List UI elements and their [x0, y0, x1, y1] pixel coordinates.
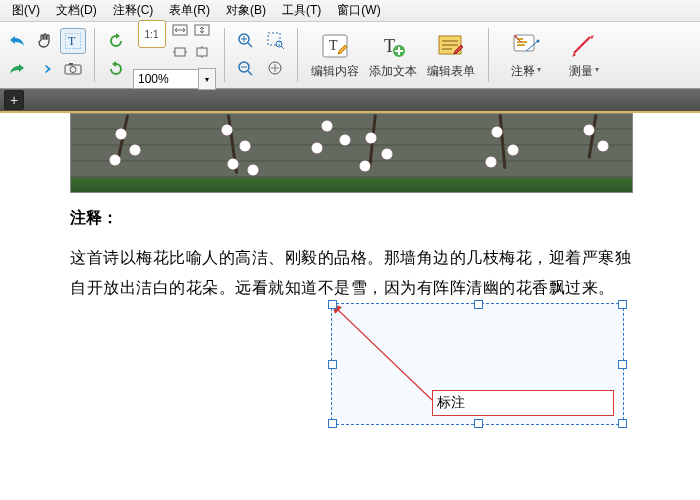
- menu-comment[interactable]: 注释(C): [105, 0, 162, 21]
- chevron-down-icon: ▾: [595, 65, 599, 74]
- annotation-selection-box[interactable]: [331, 303, 624, 425]
- zoom-dropdown-icon[interactable]: ▾: [198, 68, 216, 90]
- rotate-ccw-icon[interactable]: [103, 28, 129, 54]
- resize-handle[interactable]: [474, 419, 483, 428]
- menu-bar: 图(V) 文档(D) 注释(C) 表单(R) 对象(B) 工具(T) 窗口(W): [0, 0, 700, 22]
- redo-forward-icon[interactable]: [32, 56, 58, 82]
- fit-width-icon[interactable]: [170, 20, 190, 40]
- new-tab-button[interactable]: +: [4, 90, 24, 110]
- svg-line-21: [336, 308, 432, 400]
- doc-heading: 注释：: [70, 208, 631, 229]
- zoom-value-input[interactable]: [133, 69, 199, 89]
- svg-rect-8: [197, 48, 207, 56]
- menu-tool[interactable]: 工具(T): [274, 0, 329, 21]
- svg-rect-11: [268, 33, 280, 45]
- doc-paragraph: 这首诗以梅花比喻人的高洁、刚毅的品格。那墙角边的几枝梅花，迎着严寒独自开放出洁白…: [70, 243, 631, 303]
- resize-handle[interactable]: [328, 360, 337, 369]
- resize-handle[interactable]: [618, 360, 627, 369]
- undo-icon[interactable]: [4, 28, 30, 54]
- resize-handle[interactable]: [474, 300, 483, 309]
- chevron-down-icon: ▾: [537, 65, 541, 74]
- edit-form-icon: [436, 31, 466, 61]
- edit-form-button[interactable]: 编辑表单: [422, 24, 480, 86]
- rotate-cw-icon[interactable]: [103, 56, 129, 82]
- toolbar: T: [0, 22, 700, 89]
- svg-text:T: T: [68, 34, 76, 48]
- fit-visible-icon[interactable]: [170, 42, 190, 62]
- text-select-icon[interactable]: T: [60, 28, 86, 54]
- resize-handle[interactable]: [328, 419, 337, 428]
- svg-point-20: [537, 39, 540, 42]
- annotate-button[interactable]: 注释 ▾: [497, 24, 555, 86]
- document-image: [70, 113, 633, 193]
- add-text-icon: T: [378, 31, 408, 61]
- fit-page-icon[interactable]: [192, 20, 212, 40]
- annotate-label: 注释: [511, 63, 535, 80]
- menu-window[interactable]: 窗口(W): [329, 0, 388, 21]
- measure-label: 测量: [569, 63, 593, 80]
- snapshot-icon[interactable]: [60, 56, 86, 82]
- loupe-icon[interactable]: [263, 56, 289, 82]
- hand-tool-icon[interactable]: [32, 28, 58, 54]
- svg-rect-7: [175, 48, 185, 56]
- document-tab-strip: +: [0, 89, 700, 111]
- annotate-icon: [511, 31, 541, 61]
- page-viewport[interactable]: 注释： 这首诗以梅花比喻人的高洁、刚毅的品格。那墙角边的几枝梅花，迎着严寒独自开…: [0, 111, 700, 500]
- fit-height-icon[interactable]: [192, 42, 212, 62]
- measure-button[interactable]: 测量 ▾: [555, 24, 613, 86]
- document-body-text: 注释： 这首诗以梅花比喻人的高洁、刚毅的品格。那墙角边的几枝梅花，迎着严寒独自开…: [70, 208, 631, 315]
- menu-form[interactable]: 表单(R): [161, 0, 218, 21]
- zoom-combo[interactable]: ▾: [133, 68, 216, 90]
- redo-icon[interactable]: [4, 56, 30, 82]
- svg-rect-4: [69, 63, 73, 65]
- edit-form-label: 编辑表单: [427, 63, 475, 80]
- callout-text-input[interactable]: [433, 391, 621, 415]
- resize-handle[interactable]: [328, 300, 337, 309]
- resize-handle[interactable]: [618, 300, 627, 309]
- add-text-button[interactable]: T 添加文本: [364, 24, 422, 86]
- menu-view[interactable]: 图(V): [4, 0, 48, 21]
- resize-handle[interactable]: [618, 419, 627, 428]
- svg-text:T: T: [329, 38, 338, 53]
- svg-point-3: [70, 67, 76, 73]
- add-text-label: 添加文本: [369, 63, 417, 80]
- callout-textbox[interactable]: [432, 390, 614, 416]
- edit-content-label: 编辑内容: [311, 63, 359, 80]
- zoom-out-icon[interactable]: [233, 56, 259, 82]
- edit-content-icon: T: [320, 31, 350, 61]
- zoom-in-icon[interactable]: [233, 28, 259, 54]
- actual-size-icon[interactable]: 1:1: [138, 20, 166, 48]
- edit-content-button[interactable]: T 编辑内容: [306, 24, 364, 86]
- menu-document[interactable]: 文档(D): [48, 0, 105, 21]
- menu-object[interactable]: 对象(B): [218, 0, 274, 21]
- document-page: 注释： 这首诗以梅花比喻人的高洁、刚毅的品格。那墙角边的几枝梅花，迎着严寒独自开…: [0, 111, 700, 500]
- marquee-zoom-icon[interactable]: [263, 28, 289, 54]
- measure-icon: [569, 31, 599, 61]
